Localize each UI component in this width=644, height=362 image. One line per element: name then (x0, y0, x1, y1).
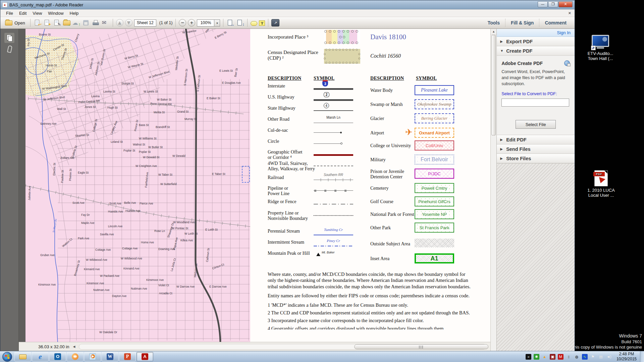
legend-column-header: DESCRIPTION (268, 76, 302, 81)
menu-help[interactable]: Help (67, 10, 82, 16)
highlight-text-icon[interactable]: T (259, 20, 265, 26)
convert-file-input[interactable] (501, 99, 569, 107)
street-label: Nuttman Ave (93, 288, 110, 292)
send-page-icon[interactable]: ↩ (34, 19, 42, 26)
taskbar-clock[interactable]: 2:48 PM 10/29/2015 (614, 352, 640, 362)
start-button[interactable] (0, 352, 14, 362)
windows-logo-icon (5, 354, 9, 359)
legend-row-description: U.S. Highway (268, 95, 294, 100)
taskbar-app-internet-explorer[interactable]: e (32, 352, 49, 361)
zoom-level-input[interactable]: 100% (197, 19, 214, 26)
desktop-icon-etv[interactable]: ETV-Audito... Town Hall (... (584, 35, 617, 61)
panel-section-store-files[interactable]: ▶Store Files (497, 154, 575, 163)
taskbar-app-outlook[interactable]: O (49, 352, 66, 361)
legend-row-description: 4WD Trail, Stairway, Alley, Walkway, or … (268, 161, 315, 171)
taskbar-app-media-player[interactable] (84, 352, 101, 361)
taskbar-app-lync[interactable] (67, 352, 84, 361)
street-label: Nuttman Ave (131, 287, 147, 290)
legend-row-description: Glacier (370, 116, 384, 121)
cloud-upload-icon[interactable]: ☁↑ (72, 19, 80, 26)
scroll-left-icon[interactable]: ◀ (73, 345, 75, 348)
taskbar-app-adobe-reader[interactable]: A (137, 352, 153, 361)
street-label: E Lewis St (219, 69, 233, 72)
sign-page-icon[interactable]: ✎ (53, 19, 61, 26)
zoom-out-icon[interactable]: − (179, 19, 186, 26)
page-thumbnails-icon[interactable] (4, 33, 14, 43)
vertical-scroll-thumb[interactable] (491, 35, 496, 135)
legend-symbol-intermittent: Piney Cr (314, 240, 353, 250)
page-size-label: 36.03 x 32.00 in (38, 344, 69, 349)
menu-edit[interactable]: Edit (16, 10, 30, 16)
network-monitor-icon[interactable]: ∿ (582, 354, 588, 360)
tab-comment[interactable]: Comment (539, 19, 572, 27)
action-center-flag-icon[interactable]: ⚑ (590, 354, 596, 360)
vertical-scrollbar[interactable]: ▲ (490, 29, 496, 351)
legend-symbol-property (314, 210, 353, 221)
close-document-icon[interactable]: ✕ (568, 11, 571, 15)
arrow-up-icon[interactable]: ▲ (542, 354, 547, 360)
restore-button[interactable]: ❐ (548, 1, 558, 7)
email-icon[interactable]: ✉ (102, 19, 110, 26)
scroll-up-icon[interactable]: ▲ (491, 29, 496, 35)
menu-window[interactable]: Window (45, 10, 66, 16)
page-up-icon[interactable]: ▲ (116, 19, 123, 26)
save-icon[interactable] (82, 19, 90, 26)
desktop-icon-luca-pdf[interactable]: PDF 1. 2010 LUCA Local User ... (584, 170, 618, 198)
tab-tools[interactable]: Tools (482, 19, 505, 27)
select-file-button[interactable]: Select File (516, 120, 556, 129)
panel-section-export-pdf[interactable]: ▶Export PDF (497, 37, 575, 46)
taskbar-app-word[interactable]: W (102, 352, 118, 361)
horizontal-scrollbar[interactable]: ◀ (79, 344, 486, 350)
desktop-icon-label: ETV-Audito... (584, 51, 617, 56)
panel-disabled-area (497, 163, 575, 351)
audio-device-icon[interactable]: ◍ (574, 354, 580, 360)
legend-symbol-other-road: Marsh Ln (314, 117, 353, 127)
taskbar-app-explorer[interactable] (14, 352, 31, 361)
open-button[interactable]: Open (3, 19, 27, 26)
legend-row-description: Golf Course (370, 199, 393, 204)
incorporated-place-symbol: ○○○○○○○○○○○○○○○○○ ○ (324, 30, 360, 44)
legend-notes: Where state, county, and/or MCD/CCD boun… (268, 271, 473, 331)
fit-width-icon[interactable]: ↔ (226, 19, 234, 26)
document-area[interactable]: Boone StFry StCherryCenter StTheme StMec… (19, 29, 490, 351)
mcafee-icon[interactable]: M (558, 354, 564, 360)
usb-icon[interactable]: ▮ (566, 354, 572, 360)
volume-mixer-icon[interactable]: » (526, 354, 531, 360)
word-icon: W (107, 353, 113, 360)
speaker-icon[interactable]: ◄) (606, 354, 612, 360)
taskbar-app-powerpoint[interactable]: P (119, 352, 136, 361)
attachments-icon[interactable] (4, 44, 14, 54)
panel-section-send-files[interactable]: ▶Send Files (497, 144, 575, 154)
virtual-pc-icon[interactable]: ▣ (550, 354, 555, 360)
panel-section-label: Export PDF (506, 39, 533, 44)
updates-icon[interactable]: ✱ (534, 354, 539, 360)
menu-file[interactable]: File (3, 10, 16, 16)
panel-section-label: Send Files (506, 146, 531, 152)
street-label: Belle Ave (124, 201, 136, 204)
network-icon[interactable]: ▤ (598, 354, 604, 360)
comment-bubble-icon[interactable] (251, 21, 257, 26)
title-bar[interactable]: BAS_county_map.pdf - Adobe Reader — ❐ ✕ (0, 0, 575, 9)
menu-view[interactable]: View (30, 10, 45, 16)
page-number-input[interactable]: Sheet 12 (134, 19, 156, 26)
street-label: Lavina St (103, 90, 115, 93)
street-label: Hugh St (107, 106, 118, 109)
sign-in-link[interactable]: Sign In (497, 29, 575, 37)
create-pdf-icon[interactable]: ✦ (43, 19, 51, 26)
share-folder-icon[interactable]: → (63, 19, 71, 26)
fullscreen-icon[interactable]: ↗ (271, 19, 279, 26)
legend-footnote: 4 Geographic offsets and corridors displ… (268, 325, 473, 329)
zoom-in-icon[interactable]: + (188, 19, 195, 26)
fit-page-icon[interactable]: ↕ (236, 19, 244, 26)
close-button[interactable]: ✕ (558, 1, 573, 7)
legend-symbol-swamp: Okefenokee Swamp (415, 99, 454, 109)
print-icon[interactable] (92, 19, 100, 26)
panel-section-create-pdf[interactable]: ▼Create PDF (497, 46, 575, 56)
page-down-icon[interactable]: ▼ (125, 19, 132, 26)
panel-section-edit-pdf[interactable]: ▶Edit PDF (497, 135, 575, 144)
horizontal-scroll-thumb[interactable] (354, 344, 488, 349)
tab-fill-sign[interactable]: Fill & Sign (505, 19, 539, 27)
show-desktop-button[interactable] (640, 351, 644, 362)
zoom-dropdown-icon[interactable]: ▼ (214, 19, 220, 26)
minimize-button[interactable]: — (538, 1, 548, 7)
